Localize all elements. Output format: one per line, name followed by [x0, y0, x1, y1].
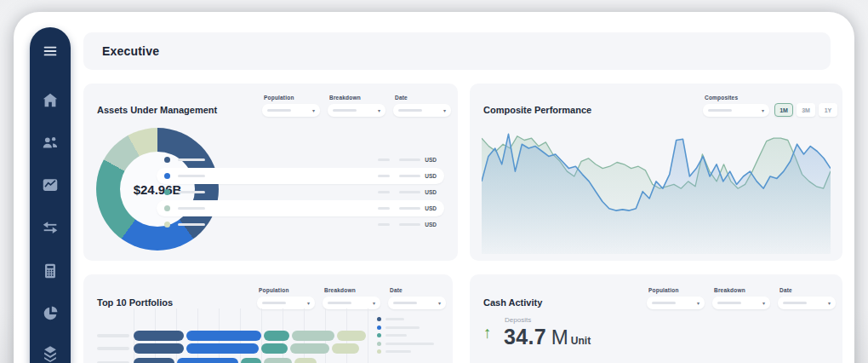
- filter-date: Date▾: [388, 287, 446, 309]
- layers-icon[interactable]: [41, 343, 60, 362]
- placeholder-bar: [178, 158, 205, 162]
- bar-segment: [292, 331, 334, 341]
- filter-dropdown[interactable]: ▾: [388, 297, 446, 309]
- range-button-1m[interactable]: 1M: [774, 103, 793, 117]
- legend-dot: [377, 349, 381, 354]
- filter-breakdown: Breakdown▾: [712, 287, 770, 309]
- card-title: Composite Performance: [483, 105, 591, 115]
- placeholder-bar: [783, 302, 807, 304]
- filter-dropdown[interactable]: ▾: [393, 104, 451, 117]
- placeholder-bar: [399, 207, 420, 210]
- top10-portfolios-card: Top 10 Portfolios Population▾Breakdown▾D…: [83, 274, 453, 363]
- currency-label: USD: [425, 173, 437, 179]
- bar-segment: [294, 358, 317, 363]
- placeholder-bar: [399, 191, 420, 194]
- filter-dropdown[interactable]: ▾: [323, 297, 380, 309]
- filter-breakdown: Breakdown▾: [328, 95, 385, 117]
- filter-dropdown[interactable]: ▾: [262, 104, 320, 117]
- chevron-down-icon: ▾: [307, 301, 310, 306]
- filter-dropdown[interactable]: ▾: [703, 104, 769, 117]
- calculator-icon[interactable]: [41, 262, 60, 280]
- legend-item: [377, 348, 434, 356]
- row-label-placeholder: [97, 347, 129, 350]
- placeholder-bar: [378, 158, 390, 162]
- range-button-1y[interactable]: 1Y: [819, 103, 837, 117]
- cash-activity-card: Cash Activity Population▾Breakdown▾Date▾…: [470, 274, 842, 363]
- filter-label: Date: [390, 287, 446, 293]
- allocation-pie-icon[interactable]: [41, 304, 60, 323]
- bar-segment: [241, 358, 262, 363]
- placeholder-bar: [385, 318, 404, 320]
- placeholder-bar: [267, 109, 291, 112]
- up-arrow-icon: ↑: [483, 324, 492, 343]
- placeholder-bar: [378, 191, 390, 194]
- deposits-metric: 34.7 M Unit: [504, 325, 591, 349]
- placeholder-bar: [393, 302, 417, 304]
- legend-item: [377, 324, 434, 332]
- app-container: Executive Assets Under Management Popula…: [14, 12, 854, 363]
- performance-icon[interactable]: [41, 176, 60, 194]
- filter-dropdown[interactable]: ▾: [328, 104, 385, 117]
- deposits-label: Deposits: [505, 316, 531, 324]
- bar-segment: [261, 343, 287, 354]
- aum-legend: USDUSDUSDUSDUSD: [157, 152, 444, 233]
- placeholder-bar: [178, 175, 205, 178]
- bar-segment: [264, 331, 289, 341]
- chevron-down-icon: ▾: [378, 108, 380, 113]
- filter-label: Breakdown: [324, 287, 380, 293]
- filter-label: Date: [779, 287, 836, 293]
- filter-label: Population: [259, 287, 315, 293]
- chevron-down-icon: ▾: [443, 108, 446, 113]
- bar-chart-legend: [377, 315, 434, 356]
- filter-dropdown[interactable]: ▾: [257, 297, 315, 309]
- placeholder-bar: [385, 334, 407, 337]
- placeholder-bar: [333, 109, 357, 112]
- filter-label: Breakdown: [329, 95, 385, 101]
- bar-segment: [177, 358, 238, 363]
- chevron-down-icon: ▾: [828, 301, 831, 306]
- currency-label: USD: [425, 189, 437, 195]
- chevron-down-icon: ▾: [438, 301, 441, 306]
- filter-label: Population: [264, 95, 320, 101]
- legend-dot: [164, 189, 170, 195]
- deposits-unit: Unit: [571, 335, 591, 347]
- filter-label: Composites: [705, 95, 769, 101]
- assets-under-management-card: Assets Under Management Population▾Break…: [83, 84, 458, 261]
- bar-segment: [186, 343, 259, 354]
- filter-label: Population: [648, 287, 705, 293]
- card-title: Top 10 Portfolios: [97, 297, 173, 308]
- placeholder-bar: [178, 223, 205, 227]
- range-button-3m[interactable]: 3M: [797, 103, 815, 117]
- aum-legend-row: USD: [157, 216, 444, 233]
- home-icon[interactable]: [41, 91, 60, 110]
- chevron-down-icon: ▾: [312, 108, 315, 113]
- filter-date: Date▾: [393, 95, 451, 117]
- portfolio-bar-row: [134, 358, 368, 363]
- aum-legend-row: USD: [157, 184, 444, 200]
- bar-segment: [332, 343, 359, 354]
- portfolio-bar-row: [134, 343, 368, 354]
- row-label-placeholder: [97, 334, 129, 337]
- users-icon[interactable]: [41, 133, 60, 152]
- legend-dot: [377, 326, 381, 330]
- page-header: Executive: [83, 32, 831, 70]
- bar-segment: [134, 343, 184, 354]
- legend-dot: [377, 342, 381, 346]
- aum-legend-row: USD: [157, 168, 444, 184]
- currency-label: USD: [425, 222, 437, 228]
- placeholder-bar: [178, 191, 205, 194]
- transfers-icon[interactable]: [41, 218, 60, 237]
- filter-dropdown[interactable]: ▾: [647, 297, 705, 309]
- filter-dropdown[interactable]: ▾: [778, 297, 836, 309]
- screen-background: Executive Assets Under Management Popula…: [0, 0, 868, 363]
- placeholder-bar: [708, 109, 732, 112]
- filter-dropdown[interactable]: ▾: [712, 297, 770, 309]
- currency-label: USD: [425, 205, 437, 211]
- placeholder-bar: [378, 175, 390, 178]
- filter-composites: Composites▾: [703, 95, 769, 117]
- filter-population: Population▾: [647, 287, 705, 309]
- placeholder-bar: [399, 158, 420, 162]
- filter-population: Population▾: [262, 95, 320, 117]
- placeholder-bar: [178, 207, 205, 210]
- menu-icon[interactable]: [41, 42, 60, 60]
